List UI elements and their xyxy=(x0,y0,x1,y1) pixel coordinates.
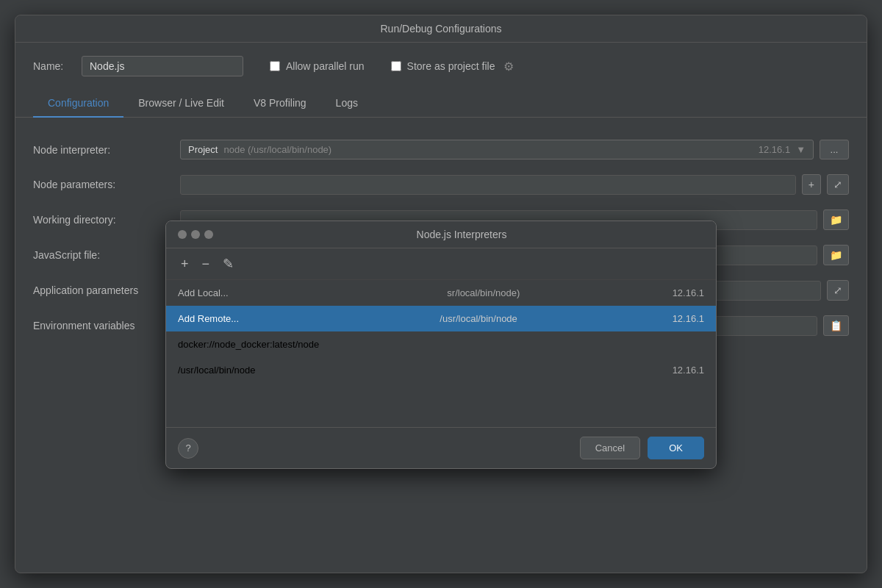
name-label: Name: xyxy=(33,60,70,72)
ok-button[interactable]: OK xyxy=(648,437,704,459)
traffic-light-red xyxy=(178,230,187,239)
allow-parallel-group: Allow parallel run xyxy=(270,60,365,72)
local-node-path: /usr/local/bin/node xyxy=(178,365,673,376)
help-button[interactable]: ? xyxy=(178,438,198,459)
add-remote-item[interactable]: Add Remote... /usr/local/bin/node 12.16.… xyxy=(166,306,716,331)
dialog-title-bar: Run/Debug Configurations xyxy=(15,15,867,43)
content-area: Node interpreter: Project node (/usr/loc… xyxy=(15,118,867,573)
allow-parallel-label: Allow parallel run xyxy=(286,60,365,72)
popup-title-bar: Node.js Interpreters xyxy=(166,221,716,248)
popup-edit-icon[interactable]: ✎ xyxy=(220,254,237,273)
docker-item[interactable]: docker://node_docker:latest/node xyxy=(166,331,716,357)
popup-title: Node.js Interpreters xyxy=(219,229,704,240)
tabs-row: Configuration Browser / Live Edit V8 Pro… xyxy=(15,90,867,118)
interpreters-list: Add Local... sr/local/bin/node) 12.16.1 … xyxy=(166,280,716,427)
gear-icon[interactable]: ⚙ xyxy=(503,60,514,74)
add-local-item[interactable]: Add Local... sr/local/bin/node) 12.16.1 xyxy=(166,280,716,306)
run-debug-dialog: Run/Debug Configurations Name: Allow par… xyxy=(15,15,867,573)
item-1-path: sr/local/bin/node) xyxy=(447,287,672,298)
tab-configuration[interactable]: Configuration xyxy=(33,90,123,118)
item-2-path: /usr/local/bin/node xyxy=(440,313,672,324)
local-node-version: 12.16.1 xyxy=(673,365,704,376)
docker-path: docker://node_docker:latest/node xyxy=(178,339,704,350)
item-1-version: 12.16.1 xyxy=(673,287,704,298)
add-remote-label: Add Remote... xyxy=(178,313,410,324)
name-row: Name: Allow parallel run Store as projec… xyxy=(15,43,867,90)
tab-browser-live-edit[interactable]: Browser / Live Edit xyxy=(123,90,239,118)
dialog-title: Run/Debug Configurations xyxy=(381,23,502,35)
traffic-light-yellow xyxy=(191,230,200,239)
tab-v8-profiling[interactable]: V8 Profiling xyxy=(239,90,321,118)
item-2-version: 12.16.1 xyxy=(673,313,704,324)
popup-add-icon[interactable]: + xyxy=(178,255,192,273)
traffic-lights xyxy=(178,230,213,239)
store-project-checkbox[interactable] xyxy=(391,61,401,71)
traffic-light-green xyxy=(204,230,213,239)
name-input[interactable] xyxy=(82,56,243,76)
add-local-label: Add Local... xyxy=(178,287,403,298)
cancel-button[interactable]: Cancel xyxy=(580,437,640,459)
help-icon: ? xyxy=(185,442,190,453)
footer-buttons: Cancel OK xyxy=(580,437,704,459)
popup-overlay: Node.js Interpreters + − ✎ Add Local... … xyxy=(15,118,867,573)
local-node-item[interactable]: /usr/local/bin/node 12.16.1 xyxy=(166,357,716,383)
popup-footer: ? Cancel OK xyxy=(166,427,716,468)
tab-logs[interactable]: Logs xyxy=(321,90,373,118)
allow-parallel-checkbox[interactable] xyxy=(270,61,280,71)
store-project-label: Store as project file xyxy=(407,60,495,72)
popup-toolbar: + − ✎ xyxy=(166,248,716,280)
store-project-group: Store as project file ⚙ xyxy=(391,60,514,74)
popup-remove-icon[interactable]: − xyxy=(199,255,213,273)
node-interpreters-dialog: Node.js Interpreters + − ✎ Add Local... … xyxy=(165,220,717,469)
